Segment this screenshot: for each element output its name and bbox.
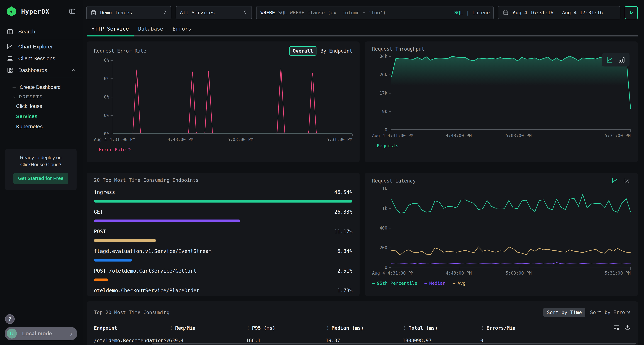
lucene-mode-toggle[interactable]: Lucene	[472, 10, 490, 15]
endpoint-percent: 26.33%	[334, 209, 352, 215]
overall-toggle-button[interactable]: Overall	[289, 46, 316, 56]
sidebar-collapse-icon[interactable]	[69, 8, 76, 15]
sidebar-item-chart-explorer[interactable]: Chart Explorer	[0, 41, 82, 52]
help-button[interactable]: ?	[5, 314, 15, 324]
y-tick-label: 0%	[104, 58, 113, 63]
x-tick-mark	[352, 134, 353, 136]
drag-dots-icon: ⋮	[326, 325, 330, 330]
sort-by-errors-button[interactable]: Sort by Errors	[590, 310, 631, 315]
cell-median: 19.37	[326, 338, 402, 343]
laptop-icon	[7, 55, 13, 62]
endpoint-percent: 1.73%	[338, 288, 352, 294]
y-tick-label: 0%	[104, 131, 113, 136]
chart-plot	[391, 189, 630, 267]
sidebar-item-dashboards[interactable]: Dashboards	[0, 64, 82, 76]
date-range-picker[interactable]: Aug 4 16:31:16 - Aug 4 17:31:16	[498, 6, 620, 19]
service-select-value: All Services	[180, 10, 215, 15]
x-tick-label: Aug 4 4:31:00 PM	[372, 271, 414, 276]
line-chart-icon	[7, 43, 13, 50]
y-tick-label: 0%	[104, 76, 113, 81]
chevron-up-icon[interactable]	[71, 67, 76, 73]
clickhouse-cloud-card: Ready to deploy on ClickHouse Cloud? Get…	[5, 149, 76, 190]
panel-request-throughput: Request Throughput 34k26k17k9k0	[365, 41, 638, 162]
where-search-box: WHERE SQL | Lucene	[256, 6, 494, 19]
search-input[interactable]	[278, 10, 451, 15]
logo-row: ⚡ HyperDX	[0, 0, 82, 22]
bar-chart-toggle-icon[interactable]	[618, 56, 625, 63]
endpoint-item[interactable]: oteldemo.CheckoutService/PlaceOrder1.73%	[94, 288, 352, 296]
line-chart-toggle-icon[interactable]	[612, 177, 618, 184]
dashboard-tabs: HTTP Service Database Errors	[87, 21, 638, 36]
col-req-min[interactable]: ⋮Req/Min	[169, 325, 246, 331]
local-mode-label: Local mode	[22, 331, 52, 337]
endpoint-label: ingress	[94, 189, 115, 195]
endpoint-label: POST /oteldemo.CartService/GetCart	[94, 268, 196, 274]
source-select-value: Demo Traces	[100, 10, 132, 15]
endpoint-label: oteldemo.CheckoutService/PlaceOrder	[94, 288, 200, 294]
sidebar-item-search[interactable]: Search	[0, 26, 82, 37]
create-dashboard-button[interactable]: Create Dashboard	[0, 83, 82, 92]
sidebar-item-client-sessions[interactable]: Client Sessions	[0, 52, 82, 64]
sidebar-preset-services[interactable]: Services	[0, 111, 82, 122]
x-tick-label: 4:48:00 PM	[446, 271, 472, 276]
drag-dots-icon: ⋮	[246, 325, 250, 330]
drag-dots-icon: ⋮	[402, 325, 407, 330]
select-chevrons-icon	[242, 9, 248, 16]
service-select[interactable]: All Services	[176, 6, 252, 19]
sort-by-time-button[interactable]: Sort by Time	[543, 308, 585, 317]
endpoint-label: GET	[94, 209, 103, 215]
select-chevrons-icon	[162, 9, 168, 16]
endpoint-item[interactable]: ingress46.54%	[94, 189, 352, 203]
panel-top-endpoints: 20 Top Most Time Consuming Endpoints ing…	[87, 173, 360, 296]
sidebar-nav: Search Chart Explorer Client Sessions Da…	[0, 26, 82, 132]
col-median[interactable]: ⋮Median (ms)	[326, 325, 402, 331]
table-row[interactable]: /oteldemo.RecommendationServ 639.4 166.1…	[94, 338, 631, 343]
get-started-button[interactable]: Get Started for Free	[14, 173, 68, 184]
col-errors-min[interactable]: ⋮Errors/Min	[480, 324, 631, 332]
panel-top20-table: Top 20 Most Time Consuming Sort by Time …	[87, 301, 638, 345]
endpoint-item[interactable]: flagd.evaluation.v1.Service/EventStream6…	[94, 248, 352, 262]
sidebar-item-label: Search	[18, 28, 35, 35]
histogram-toggle-icon[interactable]	[624, 177, 630, 184]
where-keyword: WHERE	[260, 10, 275, 15]
col-total[interactable]: ⋮Total (ms)	[402, 325, 480, 331]
endpoint-item[interactable]: POST11.17%	[94, 229, 352, 242]
chart-plot	[113, 60, 352, 134]
by-endpoint-toggle-button[interactable]: By Endpoint	[320, 48, 352, 54]
horizontal-scrollbar[interactable]	[152, 343, 636, 345]
x-tick-mark	[181, 134, 181, 136]
sidebar-preset-clickhouse[interactable]: ClickHouse	[0, 101, 82, 111]
endpoint-item[interactable]: POST /oteldemo.CartService/GetCart2.51%	[94, 268, 352, 281]
line-chart-toggle-icon[interactable]	[606, 56, 614, 63]
chart-legend: —Error Rate %	[94, 147, 352, 152]
endpoints-list: ingress46.54%GET26.33%POST11.17%flagd.ev…	[94, 189, 352, 296]
presets-toggle[interactable]: PRESETS	[0, 92, 82, 101]
col-endpoint[interactable]: Endpoint	[94, 325, 169, 331]
sidebar-preset-kubernetes[interactable]: Kubernetes	[0, 122, 82, 132]
chart-type-toolbar	[602, 53, 630, 66]
x-tick-label: 5:31:00 PM	[327, 137, 352, 142]
tab-errors[interactable]: Errors	[168, 21, 196, 36]
x-tick-mark	[459, 267, 460, 270]
tab-database[interactable]: Database	[134, 21, 168, 36]
endpoint-item[interactable]: GET26.33%	[94, 209, 352, 222]
dashboards-submenu: Create Dashboard PRESETS ClickHouse Serv…	[0, 79, 82, 132]
endpoint-bar	[94, 259, 132, 262]
wrap-text-icon[interactable]	[613, 324, 620, 332]
panel-title: Request Latency	[372, 178, 416, 184]
sql-mode-toggle[interactable]: SQL	[454, 10, 463, 15]
tab-http-service[interactable]: HTTP Service	[87, 21, 134, 36]
x-tick-label: 5:03:00 PM	[228, 137, 254, 142]
search-nav-icon	[7, 28, 13, 35]
run-query-button[interactable]	[625, 6, 638, 19]
col-p95[interactable]: ⋮P95 (ms)	[246, 325, 326, 331]
y-tick-label: 400	[380, 226, 391, 231]
table-title: Top 20 Most Time Consuming	[94, 310, 170, 315]
table-header-row: Endpoint ⋮Req/Min ⋮P95 (ms) ⋮Median (ms)…	[94, 324, 631, 332]
local-mode-button[interactable]: U Local mode ›	[5, 327, 77, 340]
y-tick-label: 17k	[380, 91, 391, 96]
download-icon[interactable]	[624, 324, 631, 332]
y-tick-label: 1k	[382, 206, 391, 211]
source-select[interactable]: Demo Traces	[86, 6, 172, 19]
mode-divider: |	[466, 10, 469, 15]
